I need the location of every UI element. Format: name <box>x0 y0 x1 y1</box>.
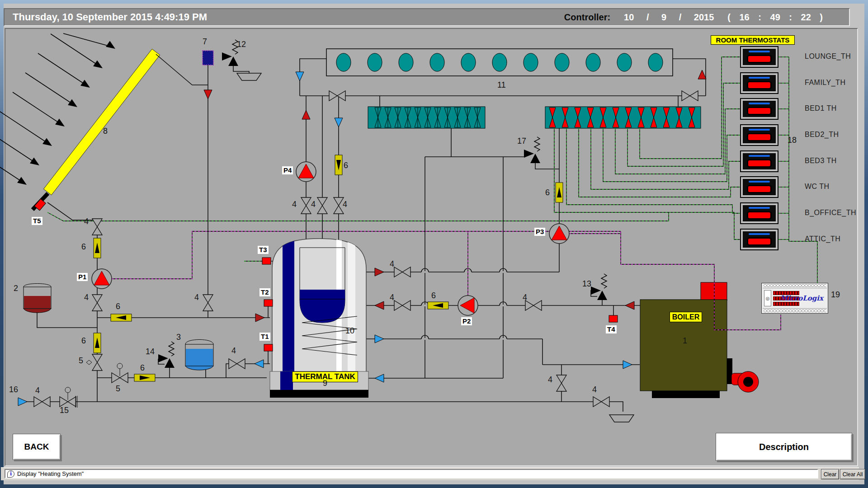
thermostat-red-indicator <box>747 55 772 63</box>
thermostat-wire <box>47 212 669 221</box>
thermostat-attic-th[interactable] <box>740 229 778 250</box>
thermostat-b-office-th[interactable] <box>740 202 778 224</box>
component-number-2: 2 <box>14 284 18 293</box>
valve <box>317 197 327 214</box>
coil-number: 10 <box>345 326 354 336</box>
boiler <box>640 282 759 398</box>
flow-meter <box>111 314 132 321</box>
thermostat-bed3-th[interactable] <box>740 150 778 172</box>
flow-arrow-l <box>375 301 384 310</box>
valve <box>34 397 50 407</box>
flow-meter <box>94 333 101 353</box>
piping-diagram <box>0 0 868 488</box>
radiator-circle <box>524 53 538 71</box>
thermostat-display-bar <box>749 181 770 183</box>
radiator-circle <box>492 53 507 71</box>
thermostat-lounge-th[interactable] <box>740 46 778 68</box>
component-number-4: 4 <box>390 259 394 269</box>
sensor-label-t2: T2 <box>259 288 270 296</box>
sensor-label-t3: T3 <box>258 246 269 254</box>
flow-meter <box>134 374 155 381</box>
boiler-chimney <box>701 282 727 300</box>
temperature-sensor <box>262 258 271 264</box>
valve <box>394 267 410 277</box>
flow-arrow-r <box>375 335 384 343</box>
component-number-4: 4 <box>194 293 199 302</box>
thermostat-wire <box>566 128 740 213</box>
flow-arrow-r <box>255 314 264 322</box>
component-number-6: 6 <box>116 302 120 311</box>
thermostat-red-indicator <box>747 211 772 220</box>
valve <box>301 197 311 214</box>
flow-arrow-r <box>18 398 27 406</box>
manifold-right <box>545 107 701 128</box>
thermostat-family-th[interactable] <box>740 72 778 94</box>
thermostat-display-bar <box>749 129 770 131</box>
flow-arrow-d <box>335 118 343 127</box>
plc-control-wire <box>112 231 234 279</box>
description-button[interactable]: Description <box>716 433 852 461</box>
status-bar: i Display "Heating System" Clear Clear A… <box>1 467 859 480</box>
thermostat-name-8: ATTIC_TH <box>805 235 840 243</box>
thermostat-bed1-th[interactable] <box>740 98 778 120</box>
component-number-17: 17 <box>517 136 526 146</box>
clear-button[interactable]: Clear <box>821 469 839 479</box>
thermostat-wc-th[interactable] <box>740 176 778 198</box>
thermostat-bed2-th[interactable] <box>740 124 778 146</box>
pump-label-p3: P3 <box>534 228 545 236</box>
radiator-circle <box>586 53 600 71</box>
radiator-number: 11 <box>497 80 506 90</box>
valve <box>60 387 77 408</box>
component-number-4: 4 <box>343 200 347 209</box>
thermostat-red-indicator <box>747 107 772 115</box>
valve <box>92 219 102 235</box>
component-number-4: 4 <box>292 200 297 209</box>
thermostat-name-5: BED3 TH <box>805 157 837 165</box>
boiler-label: BOILER <box>670 312 702 322</box>
plc-cpu-module: ◎ <box>764 290 771 306</box>
pump-label-p2: P2 <box>461 317 472 325</box>
component-number-4: 4 <box>592 385 597 394</box>
thermostat-red-indicator <box>747 237 772 246</box>
temperature-sensor <box>264 300 273 306</box>
thermostat-wire <box>789 57 817 283</box>
solar-collector <box>33 49 160 211</box>
thermostat-wire <box>47 212 669 221</box>
valve <box>593 397 609 407</box>
thermostat-wire <box>603 128 740 182</box>
back-button[interactable]: BACK <box>13 434 61 460</box>
pump-p3 <box>549 224 569 244</box>
pump-p4 <box>296 162 316 182</box>
component-number-7: 7 <box>203 37 207 47</box>
plc-connector-bottom <box>764 309 826 313</box>
pump-p2 <box>458 296 478 315</box>
flow-arrow-l <box>375 374 384 382</box>
sensor-label-t4: T4 <box>606 325 617 333</box>
radiator-circle <box>368 53 382 71</box>
radiator-circle <box>648 53 663 71</box>
thermostat-display-bar <box>749 77 770 79</box>
radiator-circle <box>461 53 476 71</box>
flow-arrow-r <box>623 361 632 369</box>
sensor-label-t5: T5 <box>32 217 42 225</box>
solar-number: 8 <box>103 127 108 136</box>
status-field: i Display "Heating System" <box>5 469 818 479</box>
thermostat-red-indicator <box>747 185 772 193</box>
component-number-6: 6 <box>81 336 86 346</box>
flow-arrow-l <box>625 301 634 310</box>
thermostat-wire <box>554 128 740 239</box>
plc-control-wire <box>112 231 234 279</box>
flow-arrow-u <box>698 70 706 79</box>
valve <box>525 300 542 310</box>
valve <box>334 197 344 214</box>
component-number-4: 4 <box>548 375 552 385</box>
component-number-15: 15 <box>60 406 69 415</box>
relief-spring <box>169 342 174 356</box>
clear-all-button[interactable]: Clear All <box>840 469 865 479</box>
thermostat-red-indicator <box>747 133 772 141</box>
radiator-circle <box>336 53 351 71</box>
plc-connector-top <box>764 284 826 287</box>
manifold-left <box>368 107 485 128</box>
expansion-device-7 <box>203 51 213 65</box>
thermostat-display-bar <box>749 207 770 209</box>
